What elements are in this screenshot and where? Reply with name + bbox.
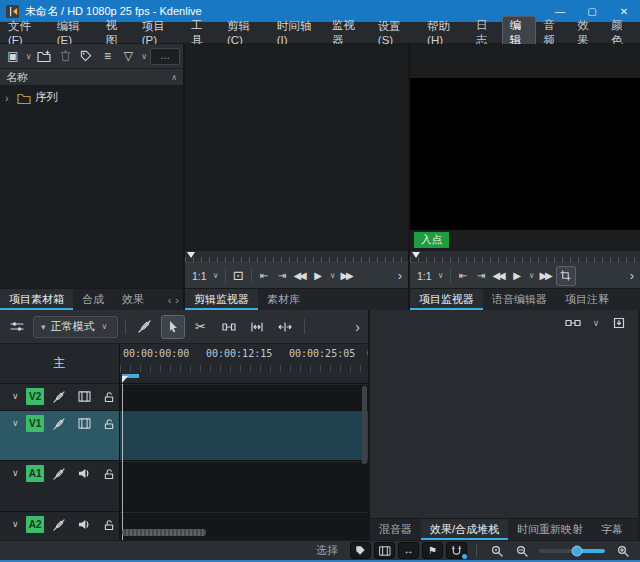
project-monitor-playhead[interactable] xyxy=(412,252,420,258)
clip-monitor-ruler[interactable] xyxy=(185,250,408,262)
track-header-a2[interactable]: ∨ A2 xyxy=(0,512,119,540)
playhead-flag[interactable] xyxy=(122,376,128,383)
goto-zone-start-button[interactable]: ⇤ xyxy=(455,266,472,286)
project-zoom-chevron-icon[interactable]: ∨ xyxy=(436,271,446,280)
zoom-slider-handle[interactable] xyxy=(572,545,583,556)
project-monitor-ruler[interactable] xyxy=(410,250,640,262)
zoom-fit-button[interactable] xyxy=(486,542,507,559)
tag-filter-toggle[interactable] xyxy=(350,542,371,559)
hide-track-button[interactable] xyxy=(74,415,94,432)
timeline-canvas[interactable]: 00:00:00:00 00:00:12:15 00:00:25:05 00: xyxy=(120,344,368,540)
clip-monitor-playhead[interactable] xyxy=(187,252,195,258)
tabs-prev-icon[interactable]: ‹ xyxy=(168,294,172,306)
lock-track-button[interactable] xyxy=(99,415,119,432)
track-header-v1[interactable]: ∨ V1 xyxy=(0,411,119,461)
menu-edit[interactable]: 编辑(E) xyxy=(49,22,98,43)
project-monitor-video[interactable]: 入点 xyxy=(410,44,640,250)
track-badge[interactable]: A2 xyxy=(26,516,44,533)
menu-help[interactable]: 帮助(H) xyxy=(419,22,469,43)
tab-library[interactable]: 素材库 xyxy=(258,289,309,310)
menu-file[interactable]: 文件(F) xyxy=(0,22,49,43)
timeline-settings-button[interactable] xyxy=(5,315,29,339)
razor-tool-button[interactable]: ✂ xyxy=(189,315,213,339)
goto-zone-start-button[interactable]: ⇤ xyxy=(256,266,273,286)
hide-track-button[interactable] xyxy=(74,388,94,405)
sort-collapse-icon[interactable]: ∧ xyxy=(171,73,177,82)
track-lane-v1[interactable] xyxy=(120,411,368,461)
filter-button[interactable]: ▽ xyxy=(118,46,138,66)
markers-toggle[interactable]: ⚑ xyxy=(422,542,443,559)
view-list-button[interactable]: ≡ xyxy=(97,46,117,66)
sequence-tab-main[interactable]: 主 xyxy=(0,344,119,384)
track-header-a1[interactable]: ∨ A1 xyxy=(0,461,119,512)
track-edit-button[interactable] xyxy=(49,516,69,533)
tab-project-bin[interactable]: 项目素材箱 xyxy=(0,289,73,310)
expand-icon[interactable]: › xyxy=(5,92,13,104)
goto-zone-end-button[interactable]: ⇥ xyxy=(274,266,291,286)
play-button[interactable]: ▶ xyxy=(310,266,327,286)
tab-mixer[interactable]: 混音器 xyxy=(370,519,421,540)
track-collapse-icon[interactable]: ∨ xyxy=(9,465,21,478)
ripple-tool-button[interactable] xyxy=(273,315,297,339)
lock-track-button[interactable] xyxy=(99,388,119,405)
tab-effect-stack[interactable]: 效果/合成堆栈 xyxy=(421,519,508,540)
create-folder-button[interactable] xyxy=(34,46,54,66)
rewind-button[interactable]: ◀◀ xyxy=(491,266,508,286)
menu-tools[interactable]: 工具 xyxy=(183,22,219,43)
edit-mode-select[interactable]: ▾ 正常模式 ∨ xyxy=(33,316,118,338)
lock-track-button[interactable] xyxy=(99,465,119,482)
tag-button[interactable] xyxy=(76,46,96,66)
timeline-ruler[interactable]: 00:00:00:00 00:00:12:15 00:00:25:05 00: xyxy=(120,344,368,384)
save-effect-stack-button[interactable] xyxy=(609,313,629,333)
menu-settings[interactable]: 设置(S) xyxy=(370,22,419,43)
zoom-in-button[interactable] xyxy=(612,542,633,559)
track-collapse-icon[interactable]: ∨ xyxy=(9,415,21,428)
slip-tool-button[interactable] xyxy=(245,315,269,339)
track-edit-button[interactable] xyxy=(49,415,69,432)
track-lane-v2[interactable] xyxy=(120,384,368,411)
zone-mode-button[interactable]: ⊡ xyxy=(230,266,247,286)
menu-monitor[interactable]: 监视器 xyxy=(324,22,370,43)
track-collapse-icon[interactable]: ∨ xyxy=(9,516,21,529)
add-clip-chevron-icon[interactable]: ∨ xyxy=(24,52,33,61)
zoom-out-button[interactable] xyxy=(511,542,532,559)
horizontal-scrollbar[interactable] xyxy=(122,529,206,536)
track-badge[interactable]: A1 xyxy=(26,465,44,482)
tab-compositions[interactable]: 合成 xyxy=(73,289,113,310)
compare-effect-button[interactable] xyxy=(563,313,583,333)
lock-track-button[interactable] xyxy=(99,516,119,533)
snap-toggle[interactable] xyxy=(446,542,467,559)
timeline-toolbar-overflow-icon[interactable]: › xyxy=(355,319,363,335)
transport-overflow-icon[interactable]: › xyxy=(630,268,636,283)
goto-zone-end-button[interactable]: ⇥ xyxy=(473,266,490,286)
mute-track-button[interactable] xyxy=(74,516,94,533)
tab-project-notes[interactable]: 项目注释 xyxy=(556,289,618,310)
delete-button[interactable] xyxy=(55,46,75,66)
track-lane-a1[interactable] xyxy=(120,461,368,512)
tab-clip-monitor[interactable]: 剪辑监视器 xyxy=(185,289,258,310)
video-thumbnails-toggle[interactable] xyxy=(374,542,395,559)
play-chevron-icon[interactable]: ∨ xyxy=(527,271,537,280)
clip-monitor-video[interactable] xyxy=(185,44,408,250)
vertical-scrollbar[interactable] xyxy=(362,386,367,464)
track-badge[interactable]: V2 xyxy=(26,388,44,405)
tab-subtitles[interactable]: 字幕 xyxy=(592,519,632,540)
zone-crop-button[interactable] xyxy=(556,266,576,286)
transport-overflow-icon[interactable]: › xyxy=(398,268,404,283)
bin-column-header[interactable]: 名称 ∧ xyxy=(0,68,183,86)
track-badge[interactable]: V1 xyxy=(26,415,44,432)
tab-time-remap[interactable]: 时间重新映射 xyxy=(508,519,592,540)
selection-tool-button[interactable] xyxy=(161,315,185,339)
tab-effects[interactable]: 效果 xyxy=(113,289,153,310)
audio-thumbnails-toggle[interactable]: ↔ xyxy=(398,542,419,559)
play-chevron-icon[interactable]: ∨ xyxy=(328,271,338,280)
sequence-folder-item[interactable]: › 序列 xyxy=(0,89,183,106)
clip-zoom-level[interactable]: 1:1 xyxy=(189,270,210,282)
collapse-all-icon[interactable]: ∨ xyxy=(591,318,601,328)
tabs-next-icon[interactable]: › xyxy=(175,294,179,306)
forward-button[interactable]: ▶▶ xyxy=(538,266,555,286)
menu-timeline[interactable]: 时间轴(I) xyxy=(269,22,324,43)
menu-project[interactable]: 项目(P) xyxy=(134,22,183,43)
track-header-v2[interactable]: ∨ V2 xyxy=(0,384,119,411)
play-button[interactable]: ▶ xyxy=(509,266,526,286)
